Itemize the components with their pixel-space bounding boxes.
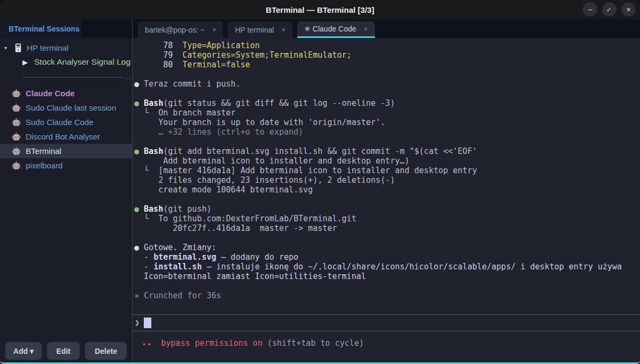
tab-bartek-pop-os[interactable]: bartek@pop-os: ~× <box>138 21 223 38</box>
window-title: BTerminal — BTerminal [3/3] <box>266 5 374 14</box>
main-area: bartek@pop-os: ~×HP terminal×✳ Claude Co… <box>133 19 640 362</box>
terminal-output[interactable]: 78 Type=Application 79 Categories=System… <box>133 38 640 314</box>
cycle-hint: (shift+tab to cycle) <box>267 338 364 348</box>
add-button[interactable]: Add ▾ <box>5 342 42 360</box>
session-item-sudo-claude-last-session[interactable]: Sudo Claude last session <box>0 100 132 115</box>
robot-icon <box>12 118 21 127</box>
tab-claude-code[interactable]: ✳ Claude Code× <box>297 21 375 38</box>
terminal-line: └ To github.com:DexterFromLab/BTerminal.… <box>134 214 640 223</box>
session-item-pixelboard[interactable]: pixelboard <box>0 158 132 173</box>
terminal-line <box>134 137 640 146</box>
tab-label: bartek@pop-os: ~ <box>145 26 205 34</box>
computer-icon <box>15 43 21 52</box>
session-label: pixelboard <box>26 161 63 170</box>
terminal-line: ● Bash(git push) <box>134 204 640 214</box>
terminal-line <box>134 281 640 291</box>
minimize-button[interactable]: − <box>583 2 597 17</box>
close-button[interactable]: × <box>621 2 636 17</box>
terminal-line: create mode 100644 bterminal.svg <box>134 185 640 195</box>
tab-label: HP terminal <box>235 26 274 34</box>
session-label: Discord Bot Analyser <box>26 132 100 141</box>
terminal-line: Add bterminal icon to installer and desk… <box>134 156 640 166</box>
session-tree: ▾ HP terminal ▶ Stock Analyser Signal Lo… <box>0 41 132 79</box>
tree-item-label: HP terminal <box>27 43 68 52</box>
status-bar: ▸▸ bypass permissions on (shift+tab to c… <box>133 331 640 362</box>
tree-item-hp-terminal[interactable]: ▾ HP terminal <box>0 41 132 54</box>
terminal-line: ● Teraz commit i push. <box>134 79 640 89</box>
minimize-icon: − <box>588 5 592 14</box>
terminal-line: Icon=bterminal zamiast Icon=utilities-te… <box>134 272 640 281</box>
double-arrow-icon: ▸▸ <box>143 340 153 347</box>
session-label: BTerminal <box>26 146 61 156</box>
tree-item-label: Stock Analyser Signal Log <box>34 57 130 67</box>
robot-icon <box>12 146 21 156</box>
maximize-button[interactable]: ↕ <box>602 2 616 17</box>
terminal-line: Your branch is up to date with 'origin/m… <box>134 118 640 127</box>
session-label: Sudo Claude Code <box>26 118 94 127</box>
tree-item-stock-analyser-signal-log[interactable]: ▶ Stock Analyser Signal Log <box>0 54 132 70</box>
terminal-line <box>134 69 640 79</box>
session-item-discord-bot-analyser[interactable]: Discord Bot Analyser <box>0 129 132 144</box>
terminal-line: └ On branch master <box>134 108 640 118</box>
terminal-line: 2 files changed, 23 insertions(+), 2 del… <box>134 175 640 185</box>
robot-icon <box>12 161 21 170</box>
terminal-line: 79 Categories=System;TerminalEmulator; <box>134 50 640 60</box>
terminal-line: 78 Type=Application <box>134 41 640 50</box>
session-list: Claude CodeSudo Claude last sessionSudo … <box>0 86 132 173</box>
terminal-line: 20fc27f..416da1a master -> master <box>134 223 640 233</box>
chevron-down-icon[interactable]: ▾ <box>4 45 14 51</box>
session-item-claude-code[interactable]: Claude Code <box>0 86 132 100</box>
robot-icon <box>12 132 21 141</box>
robot-icon <box>12 103 21 112</box>
terminal-line <box>134 233 640 243</box>
sidebar-divider: … <box>22 75 131 79</box>
terminal-line: 80 Terminal=false <box>134 60 640 69</box>
tab-close-icon[interactable]: × <box>212 26 217 34</box>
session-label: Claude Code <box>26 89 75 98</box>
window-controls: − ↕ × <box>583 2 636 17</box>
terminal-line: └ [master 416da1a] Add bterminal icon to… <box>134 166 640 175</box>
tab-label: ✳ Claude Code <box>304 25 356 33</box>
tab-bar: bartek@pop-os: ~×HP terminal×✳ Claude Co… <box>133 19 640 38</box>
robot-icon <box>12 89 21 98</box>
title-bar[interactable]: BTerminal — BTerminal [3/3] − ↕ × <box>0 0 640 19</box>
delete-button[interactable]: Delete <box>85 342 127 360</box>
text-cursor <box>144 317 151 328</box>
prompt-chevron-icon: ❯ <box>135 318 140 328</box>
overflow-dots-icon: … <box>124 75 131 79</box>
terminal-line: ● Gotowe. Zmiany: <box>134 243 640 252</box>
terminal-line: ● Bash(git add bterminal.svg install.sh … <box>134 146 640 156</box>
edit-button[interactable]: Edit <box>47 342 80 360</box>
permissions-mode-label: bypass permissions on <box>161 338 263 348</box>
tab-close-icon[interactable]: × <box>281 26 286 34</box>
close-icon: × <box>626 5 630 14</box>
maximize-icon: ↕ <box>605 5 613 13</box>
sessions-sidebar: BTerminal Sessions ▾ HP terminal ▶ Stock… <box>0 19 133 362</box>
tab-close-icon[interactable]: × <box>364 25 368 33</box>
terminal-line: ✳ Crunched for 36s <box>134 291 640 300</box>
terminal-line <box>134 195 640 204</box>
session-item-sudo-claude-code[interactable]: Sudo Claude Code <box>0 115 132 129</box>
terminal-line <box>134 89 640 98</box>
terminal-line: - install.sh — instaluje ikonę do ~/.loc… <box>134 262 640 272</box>
terminal-line: ● Bash(git status && git diff && git log… <box>134 98 640 108</box>
sidebar-top-band: BTerminal Sessions <box>0 19 132 38</box>
app-window: BTerminal — BTerminal [3/3] − ↕ × BTermi… <box>0 0 640 364</box>
session-label: Sudo Claude last session <box>26 103 116 112</box>
tab-hp-terminal[interactable]: HP terminal× <box>228 21 292 38</box>
terminal-line: … +32 lines (ctrl+o to expand) <box>134 127 640 137</box>
prompt-input[interactable]: ❯ <box>133 314 640 331</box>
terminal-line: - bterminal.svg — dodany do repo <box>134 252 640 262</box>
divider-line <box>22 77 123 78</box>
sidebar-buttons: Add ▾EditDelete <box>0 342 132 360</box>
sidebar-header: BTerminal Sessions <box>0 19 81 38</box>
play-icon: ▶ <box>22 58 28 66</box>
session-item-bterminal[interactable]: BTerminal <box>0 144 132 158</box>
